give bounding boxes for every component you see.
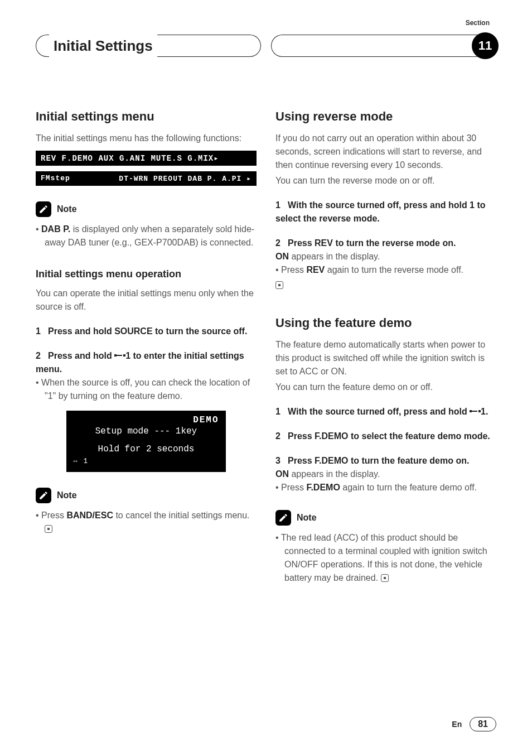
left-step-2-follow: When the source is off, you can check th… <box>36 376 257 403</box>
note-3: Note <box>275 510 496 526</box>
heading-initial-settings-menu: Initial settings menu <box>36 109 257 124</box>
demo-step-2: 2Press F.DEMO to select the feature demo… <box>275 430 496 443</box>
intro-text: The initial settings menu has the follow… <box>36 132 257 145</box>
page-title: Initial Settings <box>49 35 157 57</box>
note-label: Note <box>297 513 317 523</box>
demo-bullet: Press F.DEMO again to turn the feature d… <box>275 481 496 494</box>
lcd-row2-right: DT-WRN PREOUT DAB P. A.PI ▸ <box>119 174 252 183</box>
left-step-1: 1Press and hold SOURCE to turn the sourc… <box>36 325 257 338</box>
demo-mid-text: Setup mode --- 1key <box>73 426 219 436</box>
lcd-row2-left: FMstep <box>41 174 70 183</box>
section-label: Section <box>466 19 490 27</box>
end-icon <box>45 525 52 533</box>
pencil-icon <box>36 201 51 217</box>
heading-reverse-mode: Using reverse mode <box>275 109 496 124</box>
reverse-bullet: Press REV again to turn the reverse mode… <box>275 263 496 277</box>
section-number-badge: 11 <box>472 32 499 59</box>
note-1-bullet: DAB P. is displayed only when a separate… <box>36 223 257 249</box>
demo-hold-text: Hold for 2 seconds <box>73 444 219 454</box>
right-column: Using reverse mode If you do not carry o… <box>275 109 496 585</box>
demo-intro-2: You can turn the feature demo on or off. <box>275 381 496 394</box>
pencil-icon <box>36 488 51 503</box>
note-2: Note <box>36 488 257 503</box>
end-icon <box>275 281 283 289</box>
note-label: Note <box>57 204 77 214</box>
operation-intro: You can operate the initial settings men… <box>36 287 257 314</box>
heading-feature-demo: Using the feature demo <box>275 316 496 330</box>
left-step-2: 2Press and hold 1 to enter the initial s… <box>36 349 257 376</box>
reverse-intro-2: You can turn the reverse mode on or off. <box>275 174 496 187</box>
heading-operation: Initial settings menu operation <box>36 268 257 280</box>
key-glyph-icon <box>470 408 481 414</box>
lcd-display-1: REV F.DEMO AUX G.ANI MUTE.S G.MIX▸ <box>36 151 257 166</box>
footer-language: En <box>452 720 462 729</box>
reverse-intro-1: If you do not carry out an operation wit… <box>275 132 496 172</box>
demo-step-3: 3Press F.DEMO to turn the feature demo o… <box>275 454 496 468</box>
demo-lcd-box: DEMO Setup mode --- 1key Hold for 2 seco… <box>66 411 225 472</box>
page-number: 81 <box>470 717 496 731</box>
section-pill: 11 <box>271 32 496 59</box>
reverse-on-text: ON appears in the display. <box>275 250 496 263</box>
pencil-icon <box>275 510 291 526</box>
note-2-bullet: Press BAND/ESC to cancel the initial set… <box>36 509 257 536</box>
reverse-step-1: 1With the source turned off, press and h… <box>275 199 496 225</box>
end-icon <box>381 574 389 582</box>
left-column: Initial settings menu The initial settin… <box>36 109 257 585</box>
note-label: Note <box>57 490 77 500</box>
demo-on-text: ON appears in the display. <box>275 468 496 481</box>
page-header: Initial Settings 11 <box>36 32 496 59</box>
demo-top-label: DEMO <box>73 415 219 425</box>
reverse-step-2: 2Press REV to turn the reverse mode on. <box>275 237 496 250</box>
lcd-row-1: REV F.DEMO AUX G.ANI MUTE.S G.MIX▸ <box>41 153 252 163</box>
title-pill: Initial Settings <box>36 35 261 57</box>
page-footer: En 81 <box>452 717 496 731</box>
demo-intro-1: The feature demo automatically starts wh… <box>275 338 496 378</box>
note-1: Note <box>36 201 257 217</box>
demo-step-1: 1With the source turned off, press and h… <box>275 405 496 418</box>
key-glyph-icon <box>114 353 125 358</box>
demo-bottom-left: ↔ 1 <box>73 458 219 465</box>
note-3-bullet: The red lead (ACC) of this product shoul… <box>275 531 496 585</box>
lcd-display-2: FMstep DT-WRN PREOUT DAB P. A.PI ▸ <box>36 171 257 186</box>
